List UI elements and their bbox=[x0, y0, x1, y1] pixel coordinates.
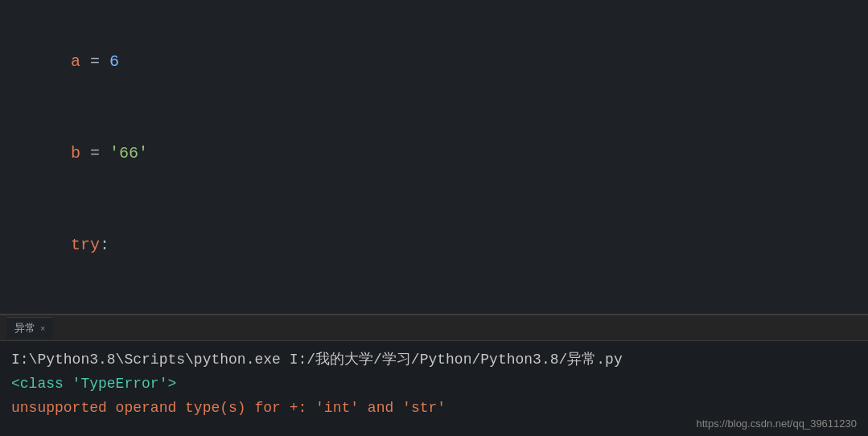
terminal-line-3: unsupported operand type(s) for +: 'int'… bbox=[11, 396, 857, 420]
str-66: '66' bbox=[109, 144, 148, 162]
terminal-tab[interactable]: 异常 × bbox=[6, 317, 53, 339]
terminal-tab-label: 异常 bbox=[14, 321, 35, 335]
num-6: 6 bbox=[109, 52, 119, 71]
var-b: b bbox=[71, 144, 80, 162]
terminal-content: I:\Python3.8\Scripts\python.exe I:/我的大学/… bbox=[0, 341, 868, 426]
terminal-tab-close[interactable]: × bbox=[40, 323, 45, 333]
code-line-2: b = '66' bbox=[32, 108, 836, 199]
kw-try: try bbox=[71, 236, 100, 254]
terminal-panel[interactable]: 异常 × I:\Python3.8\Scripts\python.exe I:/… bbox=[0, 314, 868, 436]
code-line-1: a = 6 bbox=[32, 16, 836, 108]
terminal-line-2: <class 'TypeError'> bbox=[11, 372, 857, 396]
code-editor[interactable]: a = 6 b = '66' try: c = a + b except Exc… bbox=[0, 0, 868, 314]
watermark: https://blog.csdn.net/qq_39611230 bbox=[697, 417, 858, 430]
code-line-3: try: bbox=[32, 199, 836, 291]
terminal-line-1: I:\Python3.8\Scripts\python.exe I:/我的大学/… bbox=[11, 348, 857, 372]
var-a: a bbox=[71, 52, 80, 71]
terminal-tab-bar: 异常 × bbox=[0, 315, 868, 341]
